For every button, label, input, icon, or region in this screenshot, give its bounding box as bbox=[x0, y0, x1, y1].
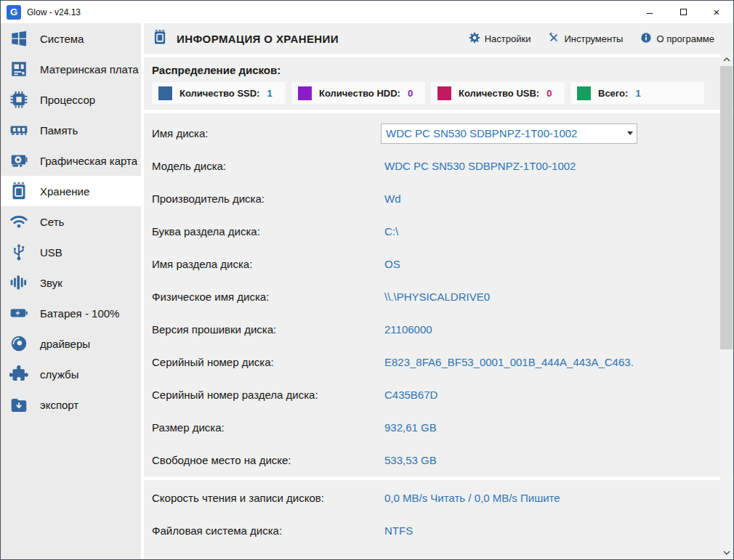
window-title: Glow - v24.13 bbox=[27, 7, 81, 17]
settings-label: Настройки bbox=[485, 33, 531, 44]
dropdown-caret-button[interactable] bbox=[624, 124, 637, 143]
field-label: Серийный номер раздела диска: bbox=[152, 389, 384, 401]
about-label: О программе bbox=[656, 33, 714, 44]
disc-icon bbox=[9, 333, 29, 354]
sidebar-item-export[interactable]: экспорт bbox=[1, 389, 141, 420]
usb-count-label: Количество USB: bbox=[459, 88, 539, 99]
ssd-count-box: Количество SSD: 1 bbox=[152, 82, 286, 104]
field-label: Размер диска: bbox=[152, 421, 384, 434]
sidebar-item-sound[interactable]: Звук bbox=[1, 267, 141, 298]
table-row: Скорость чтения и записи дисков: 0,0 MB/… bbox=[152, 482, 733, 514]
minimize-icon: – bbox=[647, 6, 653, 18]
table-row: Серийный номер диска: E823_8FA6_BF53_000… bbox=[152, 346, 733, 378]
sidebar-item-network[interactable]: Сеть bbox=[1, 206, 141, 237]
sidebar-item-usb[interactable]: USB bbox=[1, 237, 141, 267]
chevron-up-icon bbox=[723, 57, 730, 62]
close-icon: × bbox=[714, 6, 720, 18]
battery-icon bbox=[9, 303, 29, 323]
close-button[interactable]: × bbox=[700, 1, 733, 23]
sidebar: Система Материнская плата Процессор Памя… bbox=[1, 23, 141, 559]
sidebar-item-label: Звук bbox=[40, 277, 62, 289]
chevron-down-icon bbox=[723, 551, 730, 555]
ssd-count-value: 1 bbox=[267, 88, 272, 99]
table-row: Физическое имя диска: \\.\PHYSICALDRIVE0 bbox=[152, 280, 733, 313]
sidebar-item-label: Система bbox=[40, 33, 84, 45]
field-value: NTFS bbox=[384, 524, 413, 537]
usb-icon bbox=[9, 242, 29, 262]
field-value: 932,61 GB bbox=[384, 421, 437, 434]
scrollbar-thumb[interactable] bbox=[720, 66, 733, 349]
minimize-button[interactable]: – bbox=[633, 1, 666, 23]
field-value: 0,0 MB/s Читать / 0,0 MB/s Пишите bbox=[384, 492, 560, 504]
sidebar-item-storage[interactable]: Хранение bbox=[1, 176, 141, 206]
table-row: Тип раздела диска: GPT bbox=[152, 547, 733, 559]
table-row: Свободное место на диске: 533,53 GB bbox=[152, 444, 733, 476]
table-row: Модель диска: WDC PC SN530 SDBPNPZ-1T00-… bbox=[152, 150, 733, 182]
sidebar-item-label: USB bbox=[40, 246, 62, 259]
ram-icon bbox=[9, 120, 29, 140]
hdd-count-box: Количество HDD: 0 bbox=[291, 82, 425, 104]
sidebar-item-label: Память bbox=[40, 124, 78, 137]
vertical-scrollbar[interactable] bbox=[720, 53, 733, 559]
field-label: Физическое имя диска: bbox=[152, 291, 384, 303]
maximize-button[interactable] bbox=[666, 1, 700, 23]
tools-label: Инструменты bbox=[564, 33, 623, 44]
field-label: Буква раздела диска: bbox=[152, 225, 384, 238]
usb-count-value: 0 bbox=[547, 88, 552, 99]
disk-distribution: Распределение дисков: Количество SSD: 1 … bbox=[144, 57, 733, 110]
field-value: C435B67D bbox=[384, 389, 437, 401]
sidebar-item-label: Хранение bbox=[40, 185, 89, 198]
field-value: WDC PC SN530 SDBPNPZ-1T00-1002 bbox=[384, 160, 576, 172]
cpu-icon bbox=[9, 89, 29, 110]
sidebar-item-cpu[interactable]: Процессор bbox=[1, 84, 141, 115]
windows-icon bbox=[9, 28, 29, 49]
gpu-icon bbox=[9, 150, 29, 171]
field-label: Модель диска: bbox=[152, 160, 384, 172]
field-label: Скорость чтения и записи дисков: bbox=[152, 492, 384, 504]
chevron-down-icon bbox=[627, 131, 633, 135]
tools-button[interactable]: Инструменты bbox=[548, 32, 623, 46]
sidebar-item-system[interactable]: Система bbox=[1, 23, 141, 54]
field-value: C:\ bbox=[384, 225, 398, 238]
sidebar-item-drivers[interactable]: драйверы bbox=[1, 328, 141, 359]
about-button[interactable]: О программе bbox=[640, 32, 714, 46]
drive-select-dropdown[interactable]: WDC PC SN530 SDBPNPZ-1T00-1002 bbox=[381, 123, 637, 144]
hdd-count-value: 0 bbox=[408, 88, 413, 99]
field-value: OS bbox=[384, 258, 400, 270]
field-value: 533,53 GB bbox=[384, 454, 437, 466]
sidebar-item-label: службы bbox=[40, 368, 79, 381]
sidebar-item-gpu[interactable]: Графическая карта bbox=[1, 145, 141, 176]
sound-icon bbox=[9, 272, 29, 293]
scroll-up-button[interactable] bbox=[720, 53, 733, 65]
field-label: Свободное место на диске: bbox=[152, 454, 384, 466]
sidebar-item-label: Процессор bbox=[40, 94, 95, 106]
distribution-title: Распределение дисков: bbox=[152, 64, 733, 76]
usb-color-swatch bbox=[437, 86, 451, 100]
table-row: Производитель диска: Wd bbox=[152, 182, 733, 215]
puzzle-icon bbox=[9, 364, 29, 384]
field-label: Серийный номер диска: bbox=[152, 356, 384, 368]
drive-select-value: WDC PC SN530 SDBPNPZ-1T00-1002 bbox=[382, 124, 624, 143]
table-row: Размер диска: 932,61 GB bbox=[152, 411, 733, 444]
total-count-label: Всего: bbox=[598, 88, 628, 99]
sidebar-item-label: драйверы bbox=[40, 338, 90, 350]
app-logo-icon: G bbox=[7, 5, 21, 20]
sidebar-item-motherboard[interactable]: Материнская плата bbox=[1, 54, 141, 84]
wifi-icon bbox=[9, 211, 29, 232]
drive-speed-block: Скорость чтения и записи дисков: 0,0 MB/… bbox=[144, 480, 733, 559]
sidebar-item-ram[interactable]: Память bbox=[1, 115, 141, 145]
page-header: ИНФОРМАЦИЯ О ХРАНЕНИИ Настройки Инструме… bbox=[144, 23, 733, 54]
ssd-count-label: Количество SSD: bbox=[180, 88, 259, 99]
window-controls: – × bbox=[633, 1, 733, 23]
drive-name-row: Имя диска: WDC PC SN530 SDBPNPZ-1T00-100… bbox=[152, 117, 733, 150]
drive-info-block: Имя диска: WDC PC SN530 SDBPNPZ-1T00-100… bbox=[144, 113, 733, 476]
settings-button[interactable]: Настройки bbox=[469, 32, 531, 46]
ssd-color-swatch bbox=[158, 86, 172, 100]
table-row: Версия прошивки диска: 21106000 bbox=[152, 313, 733, 346]
field-value: \\.\PHYSICALDRIVE0 bbox=[384, 291, 490, 303]
scroll-down-button[interactable] bbox=[720, 546, 733, 559]
titlebar: G Glow - v24.13 – × bbox=[1, 1, 733, 23]
sidebar-item-battery[interactable]: Батарея - 100% bbox=[1, 298, 141, 328]
sidebar-item-services[interactable]: службы bbox=[1, 359, 141, 389]
storage-header-icon bbox=[152, 29, 168, 48]
